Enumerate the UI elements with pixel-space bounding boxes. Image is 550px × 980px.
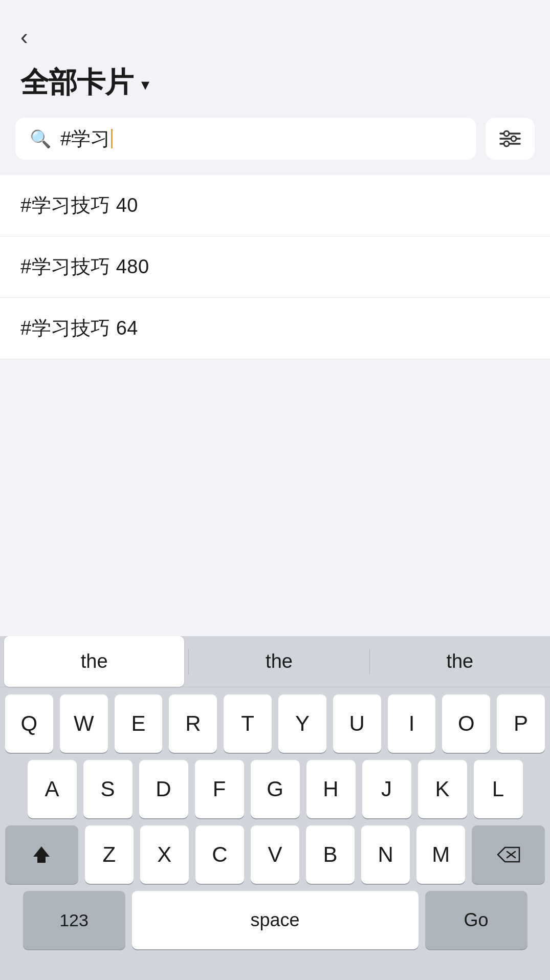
svg-point-5 <box>504 141 509 146</box>
backspace-key[interactable] <box>472 825 545 884</box>
key-row-2: A S D F G H J K L <box>5 760 545 818</box>
key-row-3: Z X C V B N M <box>5 825 545 884</box>
key-O[interactable]: O <box>442 694 490 753</box>
key-Z[interactable]: Z <box>85 825 134 884</box>
key-H[interactable]: H <box>306 760 356 818</box>
svg-marker-6 <box>33 846 50 863</box>
key-E[interactable]: E <box>115 694 163 753</box>
result-text-0: #学习技巧 40 <box>20 194 138 216</box>
key-K[interactable]: K <box>418 760 467 818</box>
num-key[interactable]: 123 <box>23 891 125 949</box>
suggestions-row: the the the <box>0 636 550 687</box>
key-J[interactable]: J <box>362 760 411 818</box>
search-box[interactable]: 🔍 #学习 <box>15 118 476 160</box>
key-S[interactable]: S <box>83 760 133 818</box>
key-C[interactable]: C <box>195 825 244 884</box>
key-B[interactable]: B <box>306 825 355 884</box>
dropdown-arrow-icon[interactable]: ▾ <box>141 75 149 94</box>
result-text-2: #学习技巧 64 <box>20 317 138 339</box>
key-I[interactable]: I <box>388 694 436 753</box>
key-U[interactable]: U <box>333 694 381 753</box>
key-row-1: Q W E R T Y U I O P <box>5 694 545 753</box>
key-Q[interactable]: Q <box>5 694 53 753</box>
key-F[interactable]: F <box>195 760 244 818</box>
filter-icon <box>498 129 522 148</box>
key-R[interactable]: R <box>169 694 217 753</box>
key-W[interactable]: W <box>60 694 108 753</box>
suggestion-1[interactable]: the <box>189 636 369 687</box>
result-item-0[interactable]: #学习技巧 40 <box>0 175 550 236</box>
svg-point-3 <box>504 131 509 136</box>
svg-point-4 <box>511 136 516 141</box>
suggestion-2[interactable]: the <box>370 636 550 687</box>
result-text-1: #学习技巧 480 <box>20 256 149 277</box>
key-P[interactable]: P <box>497 694 545 753</box>
key-N[interactable]: N <box>361 825 410 884</box>
search-icon: 🔍 <box>30 128 51 149</box>
backspace-icon <box>496 845 521 864</box>
back-button[interactable]: ‹ <box>20 26 28 48</box>
key-L[interactable]: L <box>474 760 523 818</box>
results-list: #学习技巧 40 #学习技巧 480 #学习技巧 64 <box>0 175 550 359</box>
key-T[interactable]: T <box>224 694 272 753</box>
key-row-4: 123 space Go <box>5 891 545 949</box>
result-item-2[interactable]: #学习技巧 64 <box>0 298 550 359</box>
key-D[interactable]: D <box>139 760 188 818</box>
page-title: 全部卡片 <box>20 63 133 102</box>
key-Y[interactable]: Y <box>278 694 326 753</box>
keyboard-keys: Q W E R T Y U I O P A S D F G H J K L <box>0 687 550 960</box>
search-input[interactable]: #学习 <box>60 126 462 152</box>
suggestion-0[interactable]: the <box>4 636 184 687</box>
result-item-1[interactable]: #学习技巧 480 <box>0 236 550 298</box>
filter-button[interactable] <box>486 118 535 160</box>
shift-icon <box>30 843 53 866</box>
key-A[interactable]: A <box>28 760 77 818</box>
space-key[interactable]: space <box>132 891 419 949</box>
bottom-bar <box>0 960 550 980</box>
key-G[interactable]: G <box>251 760 300 818</box>
key-V[interactable]: V <box>251 825 299 884</box>
key-M[interactable]: M <box>416 825 465 884</box>
key-X[interactable]: X <box>140 825 189 884</box>
shift-key[interactable] <box>5 825 78 884</box>
keyboard: the the the Q W E R T Y U I O P A S D F … <box>0 636 550 980</box>
go-key[interactable]: Go <box>425 891 527 949</box>
